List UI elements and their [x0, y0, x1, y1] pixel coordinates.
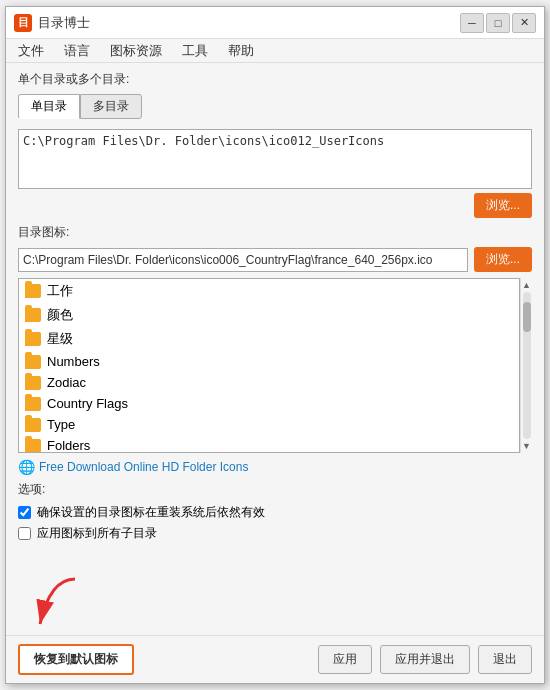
list-item[interactable]: Folders [19, 435, 519, 453]
scroll-thumb[interactable] [523, 302, 531, 332]
menu-file[interactable]: 文件 [10, 40, 52, 62]
download-link-text: Free Download Online HD Folder Icons [39, 460, 248, 474]
restore-default-button[interactable]: 恢复到默认图标 [18, 644, 134, 675]
list-item[interactable]: Type [19, 414, 519, 435]
menu-bar: 文件 语言 图标资源 工具 帮助 [6, 39, 544, 63]
list-item[interactable]: Numbers [19, 351, 519, 372]
icon-list-container: 工作 颜色 星级 Numbers Zodiac [18, 278, 532, 453]
title-bar: 目 目录博士 ─ □ ✕ [6, 7, 544, 39]
folder-icon [25, 439, 41, 453]
close-button[interactable]: ✕ [512, 13, 536, 33]
minimize-button[interactable]: ─ [460, 13, 484, 33]
checkbox-subdirs-label: 应用图标到所有子目录 [37, 525, 157, 542]
menu-language[interactable]: 语言 [56, 40, 98, 62]
download-link-row: 🌐 Free Download Online HD Folder Icons [18, 459, 532, 475]
folder-icon [25, 418, 41, 432]
folder-icon [25, 308, 41, 322]
folder-icon [25, 397, 41, 411]
app-icon: 目 [14, 14, 32, 32]
menu-tools[interactable]: 工具 [174, 40, 216, 62]
checkbox-reinstall[interactable] [18, 506, 31, 519]
list-item[interactable]: Zodiac [19, 372, 519, 393]
browse-button-2[interactable]: 浏览... [474, 247, 532, 272]
options-section: 选项: 确保设置的目录图标在重装系统后依然有效 应用图标到所有子目录 [18, 481, 532, 542]
dir-icon-path-input[interactable] [18, 248, 468, 272]
checkbox-row-2: 应用图标到所有子目录 [18, 525, 532, 542]
tab-bar: 单目录 多目录 [18, 94, 532, 119]
dir-icon-section: 目录图标: 浏览... [18, 224, 532, 272]
scroll-up-arrow[interactable]: ▲ [522, 280, 531, 290]
list-scrollbar[interactable]: ▲ ▼ [520, 278, 532, 453]
folder-icon [25, 355, 41, 369]
list-item[interactable]: 工作 [19, 279, 519, 303]
menu-help[interactable]: 帮助 [220, 40, 262, 62]
tab-multi[interactable]: 多目录 [80, 94, 142, 119]
list-item-country-flags[interactable]: Country Flags [19, 393, 519, 414]
title-bar-controls: ─ □ ✕ [460, 13, 536, 33]
scroll-track[interactable] [523, 292, 531, 439]
tabs-label: 单个目录或多个目录: [18, 71, 532, 88]
list-item[interactable]: 星级 [19, 327, 519, 351]
options-label: 选项: [18, 481, 532, 498]
browse-row-1: 浏览... [18, 193, 532, 218]
folder-icon [25, 332, 41, 346]
checkbox-row-1: 确保设置的目录图标在重装系统后依然有效 [18, 504, 532, 521]
apply-button[interactable]: 应用 [318, 645, 372, 674]
checkbox-subdirs[interactable] [18, 527, 31, 540]
main-content: 单个目录或多个目录: 单目录 多目录 C:\Program Files\Dr. … [6, 63, 544, 635]
dir-icon-path-row: 浏览... [18, 247, 532, 272]
tab-single[interactable]: 单目录 [18, 94, 80, 119]
path-textarea[interactable]: C:\Program Files\Dr. Folder\icons\ico012… [18, 129, 532, 189]
folder-icon [25, 284, 41, 298]
dir-icon-label: 目录图标: [18, 224, 532, 241]
browse-button-1[interactable]: 浏览... [474, 193, 532, 218]
exit-button[interactable]: 退出 [478, 645, 532, 674]
folder-icon [25, 376, 41, 390]
apply-exit-button[interactable]: 应用并退出 [380, 645, 470, 674]
bottom-bar: 恢复到默认图标 应用 应用并退出 退出 [6, 635, 544, 683]
maximize-button[interactable]: □ [486, 13, 510, 33]
icon-list[interactable]: 工作 颜色 星级 Numbers Zodiac [18, 278, 520, 453]
checkbox-reinstall-label: 确保设置的目录图标在重装系统后依然有效 [37, 504, 265, 521]
download-link[interactable]: 🌐 Free Download Online HD Folder Icons [18, 459, 532, 475]
list-item[interactable]: 颜色 [19, 303, 519, 327]
window-title: 目录博士 [38, 14, 460, 32]
globe-icon: 🌐 [18, 459, 35, 475]
main-window: 目 目录博士 ─ □ ✕ 文件 语言 图标资源 工具 帮助 单个目录或多个目录:… [5, 6, 545, 684]
menu-icon-resources[interactable]: 图标资源 [102, 40, 170, 62]
scroll-down-arrow[interactable]: ▼ [522, 441, 531, 451]
